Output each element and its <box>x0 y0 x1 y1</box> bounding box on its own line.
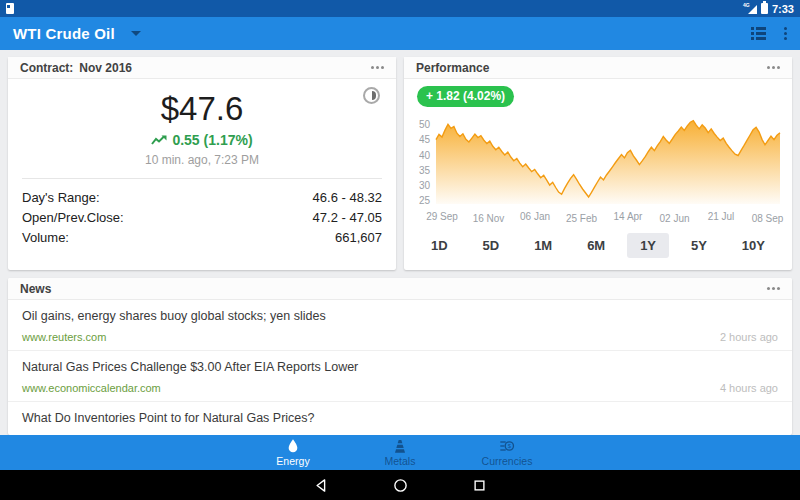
status-bar: 4G 7:33 <box>0 0 800 17</box>
performance-chart[interactable]: 25303540455029 Sep16 Nov06 Jan25 Feb14 A… <box>408 112 788 230</box>
back-button[interactable] <box>308 474 334 496</box>
volume-row: Volume:661,607 <box>22 227 382 247</box>
svg-text:30: 30 <box>419 180 431 191</box>
battery-icon <box>761 3 768 14</box>
news-headline: What Do Inventories Point to for Natural… <box>22 411 778 425</box>
android-nav-bar <box>0 470 800 500</box>
open-prev-close-row: Open/Prev.Close:47.2 - 47.05 <box>22 207 382 227</box>
oil-drop-icon <box>285 438 301 454</box>
news-item[interactable]: Natural Gas Prices Challenge $3.00 After… <box>8 351 792 402</box>
view-list-icon[interactable] <box>751 27 766 40</box>
days-range-row: Day's Range:46.6 - 48.32 <box>22 187 382 207</box>
contract-card-header: Contract: Nov 2016 <box>8 57 396 79</box>
home-button[interactable] <box>387 474 413 496</box>
chevron-down-icon[interactable] <box>131 31 141 36</box>
clock: 7:33 <box>772 3 794 15</box>
bottom-tab-bar: Energy Metals $ Currencies <box>0 435 800 470</box>
overflow-menu-icon[interactable] <box>784 27 787 40</box>
trending-up-icon <box>151 135 167 146</box>
last-updated: 10 min. ago, 7:23 PM <box>8 153 396 167</box>
cell-signal-icon: 4G <box>744 3 757 14</box>
news-overflow-icon[interactable] <box>767 283 780 294</box>
range-1y-button[interactable]: 1Y <box>627 233 669 258</box>
app-bar: WTI Crude Oil <box>0 17 800 50</box>
svg-text:08 Sep: 08 Sep <box>752 213 784 224</box>
range-1m-button[interactable]: 1M <box>521 233 565 258</box>
range-selector: 1D 5D 1M 6M 1Y 5Y 10Y <box>418 233 778 258</box>
recents-button[interactable] <box>466 474 492 496</box>
news-card-header: News <box>8 278 792 300</box>
svg-text:35: 35 <box>419 165 431 176</box>
svg-text:16 Nov: 16 Nov <box>473 213 505 224</box>
contract-overflow-icon[interactable] <box>371 62 384 73</box>
news-source[interactable]: www.economiccalendar.com <box>22 382 161 394</box>
news-card: News Oil gains, energy shares buoy globa… <box>8 278 792 435</box>
range-5y-button[interactable]: 5Y <box>678 233 720 258</box>
svg-text:40: 40 <box>419 150 431 161</box>
news-item[interactable]: What Do Inventories Point to for Natural… <box>8 402 792 435</box>
svg-text:45: 45 <box>419 134 431 145</box>
recents-icon <box>472 478 487 493</box>
price-change: 0.55 (1.17%) <box>8 132 396 148</box>
main-content: Contract: Nov 2016 $47.6 0.55 (1.17%) 10… <box>0 50 800 435</box>
range-6m-button[interactable]: 6M <box>574 233 618 258</box>
svg-text:14 Apr: 14 Apr <box>614 211 644 222</box>
svg-text:$: $ <box>508 443 512 449</box>
notification-icon <box>6 3 14 14</box>
range-5d-button[interactable]: 5D <box>470 233 513 258</box>
news-source[interactable]: www.reuters.com <box>22 331 106 343</box>
metal-ingots-icon <box>392 438 408 454</box>
tab-metals[interactable]: Metals <box>347 438 454 467</box>
back-icon <box>314 478 329 493</box>
contract-month: Nov 2016 <box>79 61 132 75</box>
svg-text:02 Jun: 02 Jun <box>659 213 689 224</box>
svg-text:50: 50 <box>419 119 431 130</box>
page-title[interactable]: WTI Crude Oil <box>13 25 115 42</box>
news-headline: Natural Gas Prices Challenge $3.00 After… <box>22 360 778 374</box>
svg-text:06 Jan: 06 Jan <box>520 211 550 222</box>
home-icon <box>393 478 408 493</box>
range-10y-button[interactable]: 10Y <box>729 233 778 258</box>
news-timestamp: 2 hours ago <box>720 331 778 343</box>
news-headline: Oil gains, energy shares buoy global sto… <box>22 309 778 323</box>
svg-text:25 Feb: 25 Feb <box>566 213 598 224</box>
price-block: $47.6 0.55 (1.17%) 10 min. ago, 7:23 PM <box>8 79 396 167</box>
performance-overflow-icon[interactable] <box>767 62 780 73</box>
news-title: News <box>20 282 51 296</box>
news-item[interactable]: Oil gains, energy shares buoy global sto… <box>8 300 792 351</box>
tab-currencies[interactable]: $ Currencies <box>454 438 561 467</box>
currency-coin-icon: $ <box>499 438 515 454</box>
range-1d-button[interactable]: 1D <box>418 233 461 258</box>
svg-text:25: 25 <box>419 195 431 206</box>
performance-card-header: Performance <box>404 57 792 79</box>
tab-energy[interactable]: Energy <box>240 438 347 467</box>
performance-change-badge: + 1.82 (4.02%) <box>417 86 514 107</box>
svg-text:21 Jul: 21 Jul <box>708 211 735 222</box>
contract-label: Contract: <box>20 61 73 75</box>
contrast-icon[interactable] <box>363 87 380 104</box>
svg-text:29 Sep: 29 Sep <box>426 211 458 222</box>
last-price: $47.6 <box>8 91 396 127</box>
performance-card: Performance + 1.82 (4.02%) 2530354045502… <box>404 57 792 270</box>
contract-card: Contract: Nov 2016 $47.6 0.55 (1.17%) 10… <box>8 57 396 270</box>
news-timestamp: 4 hours ago <box>720 382 778 394</box>
performance-title: Performance <box>416 61 489 75</box>
